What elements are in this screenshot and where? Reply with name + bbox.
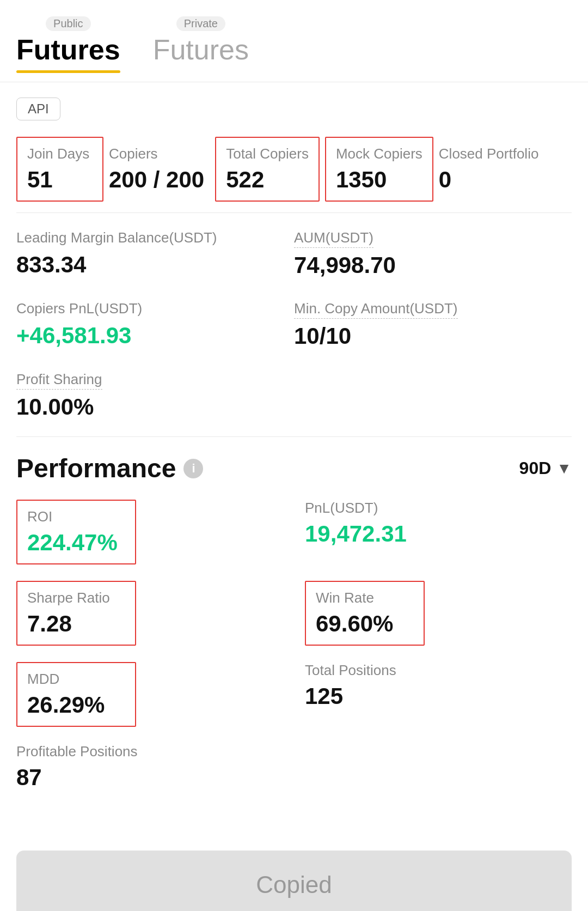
pnl-item: PnL(USDT) 19,472.31 bbox=[305, 500, 572, 547]
page-container: Public Futures Private Futures API Join … bbox=[0, 0, 588, 911]
total-positions-col: Total Positions 125 bbox=[305, 662, 572, 709]
performance-section: Performance i 90D ▼ ROI 224.47% PnL(USDT… bbox=[0, 437, 588, 818]
aum-label: AUM(USDT) bbox=[294, 229, 373, 248]
sharpe-col: Sharpe Ratio 7.28 bbox=[16, 581, 283, 646]
closed-portfolio-label: Closed Portfolio bbox=[439, 145, 539, 162]
tabs-section: Public Futures Private Futures bbox=[0, 0, 588, 82]
sharpe-item: Sharpe Ratio 7.28 bbox=[16, 581, 136, 646]
win-rate-col: Win Rate 69.60% bbox=[305, 581, 572, 646]
mock-copiers-value: 1350 bbox=[336, 167, 422, 193]
stats-row: Join Days 51 Copiers 200 / 200 Total Cop… bbox=[0, 131, 588, 212]
profitable-positions-col: Profitable Positions 87 bbox=[16, 743, 572, 791]
join-days-stat: Join Days 51 bbox=[16, 137, 103, 202]
total-positions-item: Total Positions 125 bbox=[305, 662, 572, 709]
profitable-positions-label: Profitable Positions bbox=[16, 743, 572, 760]
aum-item: AUM(USDT) 74,998.70 bbox=[294, 229, 572, 278]
copiers-stat: Copiers 200 / 200 bbox=[109, 137, 215, 202]
closed-portfolio-stat: Closed Portfolio 0 bbox=[439, 137, 550, 202]
leading-margin-item: Leading Margin Balance(USDT) 833.34 bbox=[16, 229, 294, 278]
total-positions-value: 125 bbox=[305, 683, 572, 709]
copiers-label: Copiers bbox=[109, 145, 204, 162]
sharpe-winrate-row: Sharpe Ratio 7.28 Win Rate 69.60% bbox=[16, 581, 572, 646]
total-copiers-value: 522 bbox=[226, 167, 309, 193]
min-copy-item: Min. Copy Amount(USDT) 10/10 bbox=[294, 300, 572, 349]
roi-col: ROI 224.47% bbox=[16, 500, 283, 564]
copiers-pnl-value: +46,581.93 bbox=[16, 323, 294, 349]
sharpe-label: Sharpe Ratio bbox=[27, 590, 125, 606]
profitable-positions-row: Profitable Positions 87 bbox=[16, 743, 572, 791]
roi-value: 224.47% bbox=[27, 530, 125, 556]
join-days-value: 51 bbox=[27, 167, 93, 193]
leading-margin-label: Leading Margin Balance(USDT) bbox=[16, 229, 217, 247]
profit-sharing-item: Profit Sharing 10.00% bbox=[16, 371, 294, 420]
performance-title: Performance bbox=[16, 453, 176, 483]
copied-section: Copied bbox=[0, 829, 588, 911]
mock-copiers-label: Mock Copiers bbox=[336, 145, 422, 162]
copiers-pnl-item: Copiers PnL(USDT) +46,581.93 bbox=[16, 300, 294, 349]
tab-private-futures[interactable]: Private Futures bbox=[153, 16, 249, 75]
mdd-value: 26.29% bbox=[27, 692, 125, 718]
period-label: 90D bbox=[519, 458, 552, 478]
public-badge: Public bbox=[46, 16, 90, 31]
min-copy-value: 10/10 bbox=[294, 323, 572, 349]
copiers-pnl-label: Copiers PnL(USDT) bbox=[16, 300, 142, 318]
win-rate-label: Win Rate bbox=[316, 590, 414, 606]
info-icon[interactable]: i bbox=[183, 459, 203, 478]
profitable-positions-value: 87 bbox=[16, 764, 572, 791]
pnl-label: PnL(USDT) bbox=[305, 500, 572, 517]
win-rate-value: 69.60% bbox=[316, 611, 414, 637]
pnl-col: PnL(USDT) 19,472.31 bbox=[305, 500, 572, 547]
mdd-label: MDD bbox=[27, 671, 125, 688]
pnl-value: 19,472.31 bbox=[305, 521, 572, 547]
closed-portfolio-value: 0 bbox=[439, 167, 539, 193]
aum-value: 74,998.70 bbox=[294, 252, 572, 278]
private-badge: Private bbox=[176, 16, 225, 31]
mdd-col: MDD 26.29% bbox=[16, 662, 283, 727]
performance-header: Performance i 90D ▼ bbox=[16, 453, 572, 483]
min-copy-label: Min. Copy Amount(USDT) bbox=[294, 300, 458, 319]
details-grid: Leading Margin Balance(USDT) 833.34 AUM(… bbox=[16, 229, 572, 420]
mock-copiers-stat: Mock Copiers 1350 bbox=[325, 137, 433, 202]
total-positions-label: Total Positions bbox=[305, 662, 572, 679]
tab-active-underline bbox=[16, 70, 120, 73]
leading-margin-value: 833.34 bbox=[16, 252, 294, 278]
period-selector[interactable]: 90D ▼ bbox=[519, 458, 572, 478]
roi-pnl-row: ROI 224.47% PnL(USDT) 19,472.31 bbox=[16, 500, 572, 564]
tab-labels: Public Futures Private Futures bbox=[16, 16, 572, 82]
api-section: API bbox=[0, 82, 588, 131]
copied-button: Copied bbox=[16, 851, 572, 911]
private-futures-title: Futures bbox=[153, 33, 249, 66]
chevron-down-icon: ▼ bbox=[556, 460, 572, 477]
profitable-positions-item: Profitable Positions 87 bbox=[16, 743, 572, 791]
api-badge: API bbox=[16, 98, 60, 120]
join-days-label: Join Days bbox=[27, 145, 93, 162]
mdd-positions-row: MDD 26.29% Total Positions 125 bbox=[16, 662, 572, 727]
tab-public-futures[interactable]: Public Futures bbox=[16, 16, 120, 82]
profit-sharing-value: 10.00% bbox=[16, 394, 294, 420]
total-copiers-label: Total Copiers bbox=[226, 145, 309, 162]
total-copiers-stat: Total Copiers 522 bbox=[215, 137, 320, 202]
profit-sharing-label: Profit Sharing bbox=[16, 371, 102, 390]
win-rate-item: Win Rate 69.60% bbox=[305, 581, 425, 646]
sharpe-value: 7.28 bbox=[27, 611, 125, 637]
details-section: Leading Margin Balance(USDT) 833.34 AUM(… bbox=[0, 213, 588, 436]
mdd-item: MDD 26.29% bbox=[16, 662, 136, 727]
copiers-value: 200 / 200 bbox=[109, 167, 204, 193]
roi-item: ROI 224.47% bbox=[16, 500, 136, 564]
performance-title-group: Performance i bbox=[16, 453, 203, 483]
roi-label: ROI bbox=[27, 508, 125, 525]
public-futures-title: Futures bbox=[16, 33, 120, 66]
